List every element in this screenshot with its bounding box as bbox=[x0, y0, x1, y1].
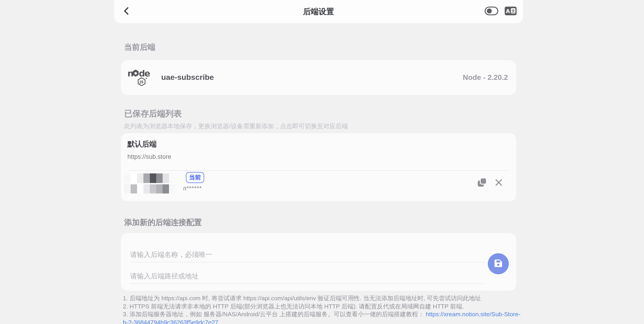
input-underline bbox=[130, 262, 484, 262]
saved-backend-item-default[interactable]: 默认后端 https://sub.store bbox=[121, 133, 516, 170]
save-backend-button[interactable] bbox=[488, 253, 509, 274]
backend-name-input[interactable] bbox=[130, 249, 484, 260]
chevron-left-icon bbox=[124, 7, 129, 16]
note-line-2: 2. HTTPS 前端无法请求非本地的 HTTP 后端(部分浏览器上也无法访问本… bbox=[123, 302, 520, 310]
svg-text:文: 文 bbox=[511, 9, 515, 13]
header-bar: 后端设置 A 文 bbox=[114, 0, 523, 23]
language-button[interactable]: A 文 bbox=[505, 6, 516, 17]
theme-toggle-icon bbox=[484, 6, 498, 17]
note-line-1: 1. 后端地址为 https://api.com 时, 将尝试请求 https:… bbox=[123, 294, 520, 302]
input-underline bbox=[130, 283, 484, 284]
saved-backend-item-current[interactable]: 当前 п****** bbox=[128, 173, 510, 198]
redacted-backend-name bbox=[124, 173, 176, 183]
header-actions: A 文 bbox=[484, 0, 516, 23]
back-button[interactable] bbox=[120, 0, 133, 23]
floppy-disk-icon bbox=[493, 258, 503, 270]
backend-settings-page: 后端设置 A 文 bbox=[0, 0, 644, 324]
saved-backend-url: https://sub.store bbox=[128, 153, 510, 160]
svg-text:JS: JS bbox=[139, 80, 144, 84]
redacted-backend-url bbox=[124, 184, 176, 194]
delete-backend-button[interactable] bbox=[495, 178, 503, 188]
current-backend-version: Node - 2.20.2 bbox=[463, 73, 508, 82]
current-badge: 当前 bbox=[186, 172, 204, 183]
section-title-current-backend: 当前后端 bbox=[124, 42, 155, 52]
current-backend-card: n de JS uae-subscribe Node - 2.20.2 bbox=[121, 60, 516, 95]
svg-text:n: n bbox=[128, 68, 133, 78]
backend-notes: 1. 后端地址为 https://api.com 时, 将尝试请求 https:… bbox=[123, 294, 520, 324]
close-icon bbox=[495, 178, 503, 188]
page-title: 后端设置 bbox=[114, 6, 523, 17]
saved-backend-actions bbox=[477, 177, 503, 189]
masked-url-text: п****** bbox=[183, 185, 202, 192]
saved-backends-subtitle: 此列表为浏览器本地保存，更换浏览器/设备需重新添加，点击即可切换至对应后端 bbox=[124, 122, 348, 130]
theme-toggle-button[interactable] bbox=[484, 6, 498, 17]
svg-text:A: A bbox=[506, 8, 510, 14]
copy-icon bbox=[477, 177, 487, 189]
section-title-add-backend: 添加新的后端连接配置 bbox=[124, 217, 202, 228]
divider bbox=[128, 170, 510, 171]
saved-backend-name: 默认后端 bbox=[128, 140, 510, 149]
translate-icon: A 文 bbox=[505, 6, 516, 17]
tutorial-link[interactable]: https://xream.notion.site/Sub-Store- bbox=[426, 311, 520, 318]
tutorial-link-continued[interactable]: b-2-36844794b9c36263f5e9dc7e27 bbox=[123, 319, 218, 324]
saved-backends-card: 默认后端 https://sub.store 当前 п****** bbox=[121, 133, 516, 201]
current-backend-name: uae-subscribe bbox=[161, 73, 214, 82]
backend-url-input[interactable] bbox=[130, 270, 484, 281]
copy-backend-button[interactable] bbox=[477, 177, 487, 189]
note-line-3: 3. 添加后端服务器地址，例如 服务器/NAS/Android/云平台 上搭建的… bbox=[123, 311, 520, 319]
add-backend-card bbox=[121, 233, 516, 291]
svg-text:de: de bbox=[139, 68, 150, 78]
nodejs-logo-icon: n de JS bbox=[128, 68, 151, 87]
note-line-4: b-2-36844794b9c36263f5e9dc7e27 bbox=[123, 319, 520, 324]
section-title-saved-backends: 已保存后端列表 bbox=[124, 108, 182, 119]
